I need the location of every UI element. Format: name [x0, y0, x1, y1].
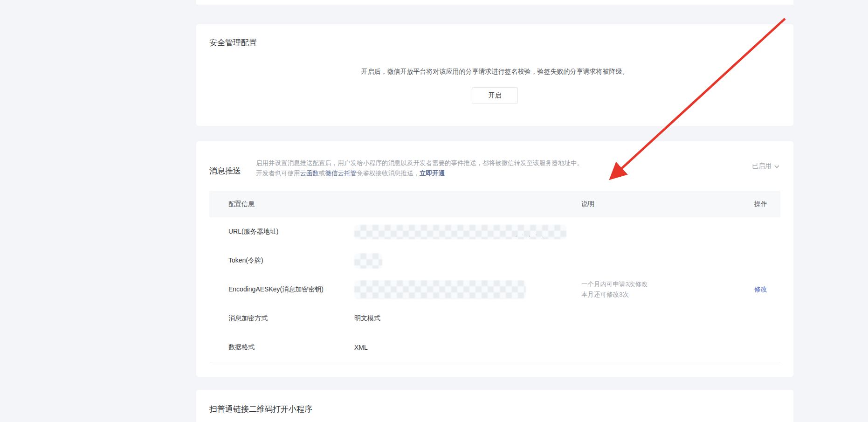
message-push-header: 消息推送 启用并设置消息推送配置后，用户发给小程序的消息以及开发者需要的事件推送… — [196, 141, 793, 179]
header-note: 说明 — [581, 200, 724, 208]
redacted-token-value — [354, 253, 382, 269]
row-value — [354, 280, 581, 299]
table-header-row: 配置信息 说明 操作 — [209, 191, 780, 217]
modify-link[interactable]: 修改 — [754, 285, 767, 293]
redacted-aeskey-value — [354, 280, 526, 299]
push-desc-or: 或 — [319, 170, 325, 177]
row-value: XML — [354, 344, 581, 351]
row-value: ，·，·， — [354, 225, 581, 239]
push-description-line1: 启用并设置消息推送配置后，用户发给小程序的消息以及开发者需要的事件推送，都将被微… — [256, 158, 583, 168]
push-desc-suffix: 免鉴权接收消息推送， — [357, 170, 420, 177]
push-desc-prefix: 开发者也可使用 — [256, 170, 300, 177]
row-label: URL(服务器地址) — [209, 228, 354, 236]
row-label: Token(令牌) — [209, 256, 354, 265]
push-description-line2: 开发者也可使用云函数或微信云托管免鉴权接收消息推送，立即开通 — [256, 168, 583, 179]
previous-card-bottom-edge — [196, 0, 793, 5]
header-action: 操作 — [724, 200, 780, 208]
status-dropdown-label: 已启用 — [752, 162, 772, 170]
row-value — [354, 253, 581, 269]
config-row-url: URL(服务器地址) ，·，·， — [209, 217, 780, 246]
cloud-hosting-link[interactable]: 微信云托管 — [325, 170, 357, 177]
security-card-title: 安全管理配置 — [196, 24, 793, 48]
message-push-description: 启用并设置消息推送配置后，用户发给小程序的消息以及开发者需要的事件推送，都将被微… — [256, 158, 583, 179]
config-table: 配置信息 说明 操作 URL(服务器地址) ，·，·， Token(令牌) En… — [209, 191, 780, 362]
settings-page: { "colors": { "page_bg": "#f3f5f8", "car… — [0, 0, 868, 422]
note-line2: 本月还可修改3次 — [581, 290, 724, 300]
row-note: 一个月内可申请3次修改 本月还可修改3次 — [581, 279, 724, 300]
qr-card-title: 扫普通链接二维码打开小程序 — [196, 390, 793, 415]
config-row-token: Token(令牌) — [209, 246, 780, 275]
enable-button[interactable]: 开启 — [472, 87, 518, 104]
activate-now-link[interactable]: 立即开通 — [420, 170, 445, 177]
row-label: EncodingAESKey(消息加密密钥) — [209, 285, 354, 294]
row-value: 明文模式 — [354, 314, 581, 323]
note-line1: 一个月内可申请3次修改 — [581, 279, 724, 290]
config-row-data-format: 数据格式 XML — [209, 333, 780, 362]
status-dropdown[interactable]: 已启用 — [752, 162, 779, 170]
security-card-description: 开启后，微信开放平台将对该应用的分享请求进行签名校验，验签失败的分享请求将被降级… — [196, 68, 793, 76]
cloud-function-link[interactable]: 云函数 — [300, 170, 319, 177]
qr-link-card: 扫普通链接二维码打开小程序 — [196, 390, 793, 422]
row-label: 数据格式 — [209, 343, 354, 352]
message-push-title: 消息推送 — [209, 166, 241, 176]
row-label: 消息加密方式 — [209, 314, 354, 323]
chevron-down-icon — [774, 162, 779, 170]
security-management-card: 安全管理配置 开启后，微信开放平台将对该应用的分享请求进行签名校验，验签失败的分… — [196, 24, 793, 126]
config-row-encoding-aeskey: EncodingAESKey(消息加密密钥) 一个月内可申请3次修改 本月还可修… — [209, 275, 780, 304]
header-config-info: 配置信息 — [209, 200, 354, 208]
message-push-card: 消息推送 启用并设置消息推送配置后，用户发给小程序的消息以及开发者需要的事件推送… — [196, 141, 793, 377]
redaction-artifact: ，·，·， — [514, 231, 549, 238]
config-row-encrypt-mode: 消息加密方式 明文模式 — [209, 304, 780, 333]
